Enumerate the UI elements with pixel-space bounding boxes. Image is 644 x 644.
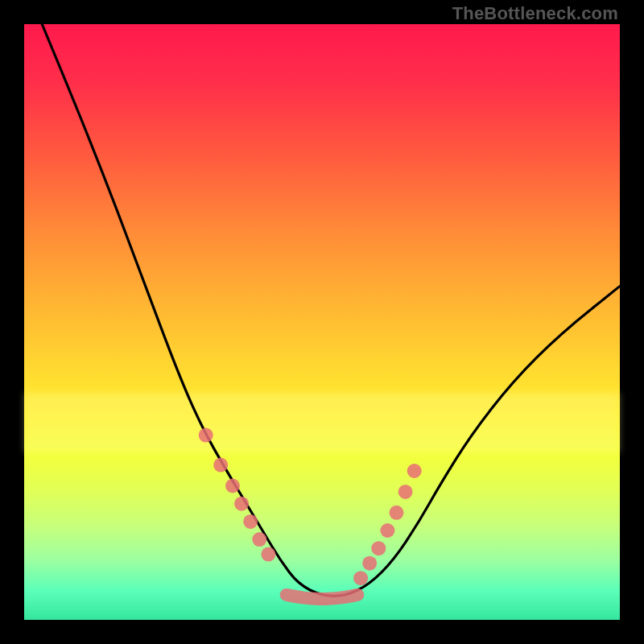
marker-dot: [243, 514, 258, 529]
flat-bottom-overlay: [287, 595, 358, 599]
marker-dot: [371, 541, 386, 555]
marker-dot: [353, 571, 368, 585]
bottleneck-curve: [42, 24, 620, 596]
marker-dot: [380, 523, 394, 538]
plot-area: [24, 24, 620, 620]
attribution-label: TheBottleneck.com: [452, 3, 618, 24]
marker-dot: [390, 506, 404, 520]
marker-dot: [252, 532, 266, 547]
marker-dot: [362, 556, 377, 571]
marker-dot: [234, 497, 249, 511]
marker-dot: [261, 547, 275, 562]
marker-dot: [225, 479, 240, 493]
markers-left: [199, 428, 276, 562]
marker-dot: [213, 458, 228, 473]
chart-frame: TheBottleneck.com: [0, 0, 644, 644]
curve-layer: [24, 24, 620, 620]
marker-dot: [407, 464, 422, 478]
marker-dot: [398, 485, 413, 499]
marker-dot: [199, 428, 213, 443]
